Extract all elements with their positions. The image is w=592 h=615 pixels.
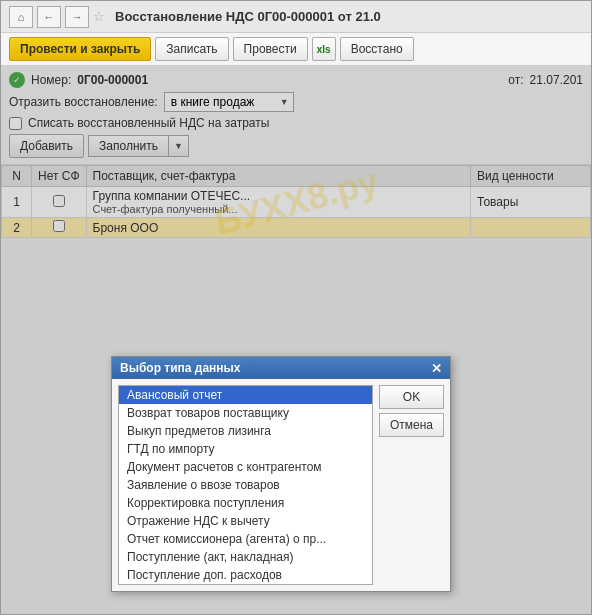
list-item[interactable]: Поступление доп. расходов	[119, 566, 372, 584]
title-bar: ⌂ ← → ☆ Восстановление НДС 0Г00-000001 о…	[1, 1, 591, 33]
home-button[interactable]: ⌂	[9, 6, 33, 28]
main-window: ⌂ ← → ☆ Восстановление НДС 0Г00-000001 о…	[0, 0, 592, 615]
list-item[interactable]: Отчет комиссионера (агента) о пр...	[119, 530, 372, 548]
modal-ok-button[interactable]: OK	[379, 385, 444, 409]
list-item[interactable]: Заявление о ввозе товаров	[119, 476, 372, 494]
list-item[interactable]: Поступление из переработки	[119, 584, 372, 585]
modal-buttons: OK Отмена	[379, 385, 444, 585]
back-button[interactable]: ←	[37, 6, 61, 28]
modal-title: Выбор типа данных	[120, 361, 241, 375]
modal-close-button[interactable]: ✕	[431, 362, 442, 375]
modal-overlay: Выбор типа данных ✕ Авансовый отчет Возв…	[1, 66, 591, 614]
list-item[interactable]: Выкуп предметов лизинга	[119, 422, 372, 440]
list-item[interactable]: Корректировка поступления	[119, 494, 372, 512]
window-title: Восстановление НДС 0Г00-000001 от 21.0	[115, 9, 583, 24]
list-item[interactable]: ГТД по импорту	[119, 440, 372, 458]
modal-cancel-button[interactable]: Отмена	[379, 413, 444, 437]
modal-body: Авансовый отчет Возврат товаров поставщи…	[112, 379, 450, 591]
list-item[interactable]: Поступление (акт, накладная)	[119, 548, 372, 566]
list-item[interactable]: Отражение НДС к вычету	[119, 512, 372, 530]
post-close-button[interactable]: Провести и закрыть	[9, 37, 151, 61]
save-button[interactable]: Записать	[155, 37, 228, 61]
list-item[interactable]: Документ расчетов с контрагентом	[119, 458, 372, 476]
list-item[interactable]: Возврат товаров поставщику	[119, 404, 372, 422]
post-button[interactable]: Провести	[233, 37, 308, 61]
modal-dialog: Выбор типа данных ✕ Авансовый отчет Возв…	[111, 356, 451, 592]
main-content: ✓ Номер: 0Г00-000001 от: 21.07.201 Отраз…	[1, 66, 591, 614]
excel-icon[interactable]: xls	[312, 37, 336, 61]
restore-button[interactable]: Восстано	[340, 37, 414, 61]
star-icon[interactable]: ☆	[93, 9, 105, 24]
modal-list[interactable]: Авансовый отчет Возврат товаров поставщи…	[118, 385, 373, 585]
toolbar: Провести и закрыть Записать Провести xls…	[1, 33, 591, 66]
forward-button[interactable]: →	[65, 6, 89, 28]
modal-titlebar: Выбор типа данных ✕	[112, 357, 450, 379]
list-item[interactable]: Авансовый отчет	[119, 386, 372, 404]
